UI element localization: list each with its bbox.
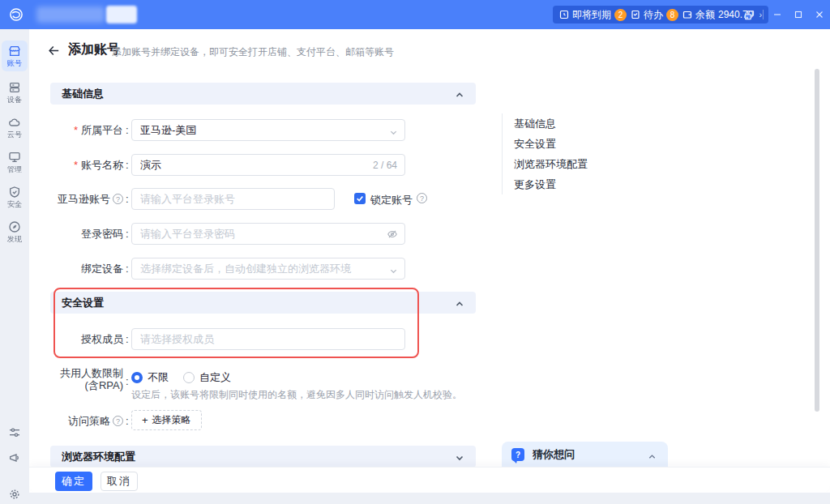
account-name-input[interactable] bbox=[131, 154, 405, 176]
back-arrow-icon[interactable] bbox=[47, 44, 62, 58]
chevron-up-icon[interactable] bbox=[455, 88, 464, 103]
app-logo-icon bbox=[8, 6, 24, 23]
todo-count-badge: 8 bbox=[666, 9, 678, 21]
sidebar-item-security[interactable]: 安全 bbox=[2, 182, 28, 212]
password-field[interactable] bbox=[131, 223, 405, 245]
row-account-name: *账号名称 : 2 / 64 bbox=[50, 154, 476, 176]
help-question-icon[interactable]: ? bbox=[113, 416, 123, 426]
colon: : bbox=[126, 124, 129, 136]
required-mark: * bbox=[74, 159, 78, 171]
char-counter: 2 / 64 bbox=[373, 160, 397, 171]
megaphone-icon[interactable] bbox=[0, 451, 29, 464]
members-input[interactable] bbox=[131, 328, 405, 350]
section-header-security[interactable]: 安全设置 bbox=[50, 292, 476, 314]
required-mark: * bbox=[74, 124, 78, 136]
password-label: 登录密码 bbox=[50, 223, 123, 245]
left-sidebar: 账号 设备 云号 管理 安全 发现 bbox=[0, 29, 29, 504]
amazon-account-field[interactable] bbox=[131, 188, 335, 210]
radio-unlimited[interactable]: 不限 bbox=[131, 370, 169, 385]
row-access-policy: 访问策略? : + 选择策略 bbox=[50, 410, 476, 432]
sidebar-item-discover[interactable]: 发现 bbox=[2, 216, 28, 247]
sliders-icon[interactable] bbox=[0, 426, 29, 439]
expiring-label: 即将到期 bbox=[572, 8, 611, 22]
colon: : bbox=[126, 333, 129, 345]
lock-account-checkbox[interactable] bbox=[354, 193, 366, 204]
expiring-count-badge: 2 bbox=[614, 9, 627, 21]
amazon-account-input[interactable] bbox=[131, 188, 335, 210]
anchor-item-more[interactable]: 更多设置 bbox=[514, 174, 588, 194]
cloud-phone-icon bbox=[8, 116, 21, 129]
platform-select-input[interactable] bbox=[131, 119, 405, 141]
chevron-up-icon[interactable] bbox=[648, 450, 657, 464]
todo-label: 待办 bbox=[644, 8, 663, 22]
confirm-button[interactable]: 确定 bbox=[55, 472, 92, 491]
platform-select[interactable] bbox=[131, 119, 405, 141]
share-limit-label: 共用人数限制 (含RPA) bbox=[50, 367, 123, 391]
close-button[interactable] bbox=[809, 0, 830, 29]
anchor-item-browser[interactable]: 浏览器环境配置 bbox=[514, 154, 588, 174]
row-password: 登录密码 : bbox=[50, 223, 476, 245]
section-header-basic[interactable]: 基础信息 bbox=[50, 83, 476, 105]
question-bubble-icon: ? bbox=[511, 448, 524, 461]
section-header-browser[interactable]: 浏览器环境配置 bbox=[50, 446, 476, 468]
sidebar-item-management[interactable]: 管理 bbox=[2, 147, 28, 177]
gear-icon[interactable] bbox=[0, 488, 29, 501]
row-bind-device: 绑定设备 : bbox=[50, 258, 476, 280]
minimize-button[interactable] bbox=[767, 0, 788, 29]
colon: : bbox=[126, 375, 129, 387]
sidebar-item-label: 安全 bbox=[7, 199, 22, 207]
password-input[interactable] bbox=[131, 223, 405, 245]
wallet-icon bbox=[682, 10, 692, 19]
window-background-strip bbox=[29, 493, 830, 504]
scrollbar-thumb[interactable] bbox=[815, 69, 819, 412]
sidebar-item-label: 发现 bbox=[7, 234, 22, 242]
colon: : bbox=[126, 159, 129, 171]
lock-help-question-icon[interactable]: ? bbox=[417, 193, 427, 203]
share-limit-help-text: 设定后，该账号将限制同时使用的名额，避免因多人同时访问触发人机校验。 bbox=[131, 388, 462, 402]
radio-unselected-icon[interactable] bbox=[183, 372, 195, 383]
sidebar-item-label: 设备 bbox=[7, 95, 22, 103]
clock-icon bbox=[559, 10, 569, 19]
colon: : bbox=[126, 263, 129, 275]
todo-segment[interactable]: 待办 8 bbox=[631, 8, 678, 22]
bind-device-input[interactable] bbox=[131, 258, 405, 280]
footer-bar: 确定 取消 bbox=[29, 467, 830, 493]
account-name-field[interactable]: 2 / 64 bbox=[131, 154, 405, 176]
bind-device-label: 绑定设备 bbox=[50, 258, 123, 280]
account-name-label: *账号名称 bbox=[50, 154, 123, 176]
help-question-icon[interactable]: ? bbox=[113, 194, 123, 204]
colon: : bbox=[126, 228, 129, 240]
expiring-segment[interactable]: 即将到期 2 bbox=[559, 8, 627, 22]
todo-list-icon bbox=[631, 10, 640, 19]
account-status-pill[interactable]: 即将到期 2 待办 8 余额 2940.70 › bbox=[553, 6, 768, 23]
faq-title: 猜你想问 bbox=[533, 448, 575, 461]
cancel-button[interactable]: 取消 bbox=[101, 472, 138, 491]
store-icon bbox=[8, 45, 21, 58]
multi-window-icon[interactable] bbox=[738, 0, 759, 29]
balance-label: 余额 bbox=[695, 8, 715, 22]
plus-icon: + bbox=[142, 414, 148, 426]
sidebar-item-label: 云号 bbox=[7, 130, 22, 138]
members-select[interactable] bbox=[131, 328, 405, 350]
row-share-limit: 共用人数限制 (含RPA) : 不限 自定义 设定后，该账号将限制同时使用的名额… bbox=[50, 367, 476, 399]
anchor-item-basic[interactable]: 基础信息 bbox=[514, 113, 588, 134]
radio-custom[interactable]: 自定义 bbox=[183, 370, 231, 385]
maximize-button[interactable] bbox=[788, 0, 809, 29]
anchor-item-security[interactable]: 安全设置 bbox=[514, 134, 588, 154]
sidebar-item-accounts[interactable]: 账号 bbox=[2, 41, 28, 71]
radio-label: 自定义 bbox=[199, 370, 231, 385]
chevron-down-icon[interactable] bbox=[455, 451, 464, 466]
divider bbox=[763, 10, 764, 19]
section-title: 基础信息 bbox=[62, 87, 104, 101]
bind-device-select[interactable] bbox=[131, 258, 405, 280]
select-policy-button[interactable]: + 选择策略 bbox=[131, 410, 202, 430]
row-amazon-account: 亚马逊账号? : 锁定账号 ? bbox=[50, 188, 476, 210]
row-platform: *所属平台 : bbox=[50, 119, 476, 141]
page-subtitle: 添加账号并绑定设备，即可安全打开店铺、支付平台、邮箱等账号 bbox=[112, 45, 394, 59]
sidebar-item-devices[interactable]: 设备 bbox=[2, 77, 28, 108]
chevron-up-icon[interactable] bbox=[455, 297, 464, 312]
radio-label: 不限 bbox=[148, 370, 169, 385]
radio-selected-icon[interactable] bbox=[131, 372, 143, 383]
sidebar-item-cloud-numbers[interactable]: 云号 bbox=[2, 112, 28, 143]
eye-off-icon[interactable] bbox=[387, 229, 398, 243]
